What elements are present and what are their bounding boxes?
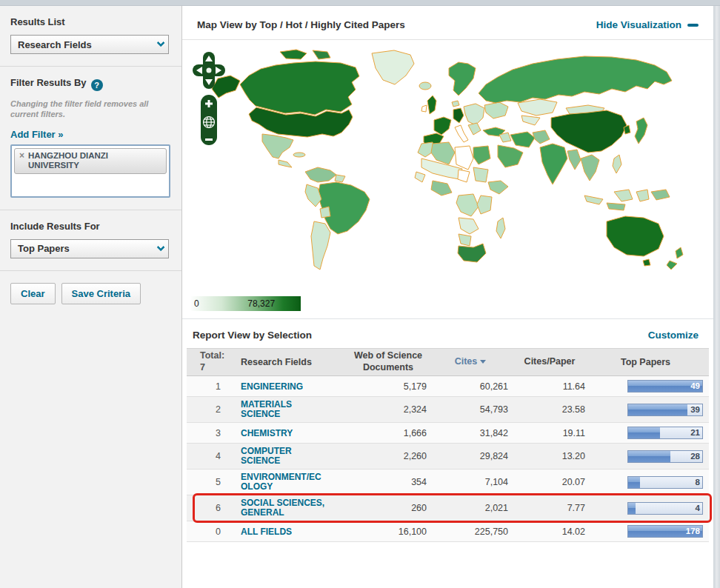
window-top-strip [0, 0, 720, 6]
add-filter-link[interactable]: Add Filter » [10, 129, 64, 140]
top-papers-bar: 21 [627, 427, 703, 439]
chevron-down-icon [156, 39, 164, 47]
top-papers-value: 178 [686, 527, 700, 535]
filter-tag[interactable]: × HANGZHOU DIANZI UNIVERSITY [14, 148, 167, 174]
wos-docs-value: 16,100 [347, 527, 430, 537]
cites-per-paper-value: 14.02 [511, 527, 588, 537]
choropleth-legend: 0 78,327 [191, 296, 301, 311]
column-header-cites-sorted[interactable]: Cites [430, 356, 511, 368]
report-view-title: Report View by Selection [193, 330, 312, 341]
table-row: 1 ENGINEERING 5,179 60,261 11.64 49 [187, 376, 709, 397]
sort-desc-icon [480, 360, 486, 364]
filter-heading: Filter Results By? [10, 77, 171, 91]
active-filters-box: × HANGZHOU DIANZI UNIVERSITY [10, 144, 170, 198]
research-field-link[interactable]: CHEMISTRY [241, 429, 325, 438]
research-field-link[interactable]: ALL FIELDS [241, 527, 325, 537]
actions-section: Clear Save Criteria [0, 271, 181, 316]
map-controls[interactable] [193, 52, 227, 150]
sidebar: Results List Research Fields Filter Resu… [0, 6, 182, 588]
include-results-selected-value: Top Papers [18, 243, 70, 254]
map-region-south-america[interactable] [305, 167, 370, 270]
top-papers-bar: 4 [627, 502, 703, 515]
remove-filter-icon[interactable]: × [19, 151, 24, 161]
wos-docs-value: 260 [347, 503, 430, 513]
map-region-north-america[interactable] [212, 50, 431, 167]
column-header-top-papers[interactable]: Top Papers [588, 357, 709, 367]
column-header-wos-documents[interactable]: Web of Science Documents [347, 350, 430, 373]
row-rank: 4 [187, 451, 228, 461]
table-row: 5 ENVIRONMENT/ECOLOGY 354 7,104 20.07 8 [187, 470, 709, 495]
research-field-link[interactable]: ENGINEERING [241, 382, 325, 392]
esi-results-page: Results List Research Fields Filter Resu… [0, 0, 720, 588]
wos-docs-value: 2,324 [347, 404, 430, 415]
filter-note: Changing the filter field removes all cu… [10, 98, 171, 120]
top-papers-bar: 39 [627, 404, 703, 416]
top-papers-bar: 8 [627, 476, 703, 489]
world-map[interactable] [203, 46, 692, 277]
top-papers-value: 28 [690, 452, 700, 461]
research-field-link[interactable]: COMPUTER SCIENCE [241, 447, 325, 466]
legend-min-value: 0 [194, 298, 199, 309]
top-papers-value: 4 [696, 504, 700, 512]
results-list-dropdown[interactable]: Research Fields [10, 35, 169, 54]
table-row: 4 COMPUTER SCIENCE 2,260 29,824 13.20 28 [187, 444, 709, 470]
cites-per-paper-value: 20.07 [511, 477, 588, 487]
legend-max-value: 78,327 [247, 298, 275, 309]
cites-value: 31,842 [430, 428, 511, 438]
row-rank: 3 [187, 428, 228, 438]
cites-value: 54,793 [430, 404, 511, 415]
results-list-heading: Results List [10, 16, 171, 27]
zoom-out-icon[interactable] [205, 138, 213, 141]
table-row-all-fields: 0 ALL FIELDS 16,100 225,750 14.02 178 [187, 521, 709, 542]
cites-per-paper-value: 19.11 [511, 428, 588, 438]
results-list-section: Results List Research Fields [0, 6, 181, 67]
table-row: 2 MATERIALS SCIENCE 2,324 54,793 23.58 3… [187, 397, 709, 423]
clear-button[interactable]: Clear [10, 283, 56, 304]
column-header-total: Total: 7 [187, 350, 228, 373]
research-field-link[interactable]: ENVIRONMENT/ECOLOGY [241, 472, 325, 492]
filter-section: Filter Results By? Changing the filter f… [0, 67, 181, 210]
cites-value: 29,824 [430, 451, 511, 461]
table-row: 3 CHEMISTRY 1,666 31,842 19.11 21 [187, 423, 709, 444]
chevron-down-icon [156, 243, 164, 251]
filter-tag-label: HANGZHOU DIANZI UNIVERSITY [28, 151, 161, 170]
map-region-africa[interactable] [415, 142, 508, 262]
save-criteria-button[interactable]: Save Criteria [61, 283, 141, 304]
filter-heading-label: Filter Results By [10, 77, 87, 88]
table-header-row: Total: 7 Research Fields Web of Science … [187, 348, 709, 376]
wos-docs-value: 1,666 [347, 428, 430, 438]
main-panel: Map View by Top / Hot / Highly Cited Pap… [182, 6, 713, 588]
row-rank: 0 [187, 527, 228, 537]
include-results-dropdown[interactable]: Top Papers [10, 239, 169, 258]
vertical-scrollbar[interactable] [713, 6, 720, 588]
cites-per-paper-value: 7.77 [511, 503, 588, 513]
wos-docs-value: 2,260 [347, 451, 430, 461]
total-label: Total: [200, 350, 224, 361]
wos-docs-value: 354 [347, 477, 430, 487]
column-header-research-fields[interactable]: Research Fields [228, 357, 347, 367]
cites-per-paper-value: 11.64 [511, 381, 588, 392]
customize-link[interactable]: Customize [648, 330, 699, 341]
cites-per-paper-value: 13.20 [511, 451, 588, 461]
help-icon[interactable]: ? [91, 79, 103, 91]
hide-visualization-link[interactable]: Hide Visualization [596, 19, 699, 30]
include-results-heading: Include Results For [10, 221, 171, 232]
hide-visualization-label: Hide Visualization [596, 19, 681, 30]
world-map-area: 0 78,327 [182, 39, 713, 319]
research-field-link[interactable]: MATERIALS SCIENCE [241, 400, 325, 419]
row-rank: 6 [187, 503, 228, 513]
results-list-selected-value: Research Fields [18, 39, 92, 50]
map-region-oceania[interactable] [607, 216, 683, 270]
research-field-link[interactable]: SOCIAL SCIENCES, GENERAL [241, 498, 325, 518]
cites-value: 2,021 [430, 503, 511, 513]
wos-docs-value: 5,179 [347, 381, 430, 392]
top-papers-value: 49 [690, 381, 700, 390]
column-header-cites-per-paper[interactable]: Cites/Paper [511, 356, 588, 368]
map-view-title: Map View by Top / Hot / Highly Cited Pap… [197, 19, 405, 30]
row-rank: 2 [187, 404, 228, 415]
top-papers-bar: 49 [627, 380, 703, 392]
total-count: 7 [200, 362, 205, 372]
include-results-section: Include Results For Top Papers [0, 210, 181, 271]
report-table: Total: 7 Research Fields Web of Science … [187, 348, 709, 542]
top-papers-value: 39 [690, 405, 700, 414]
